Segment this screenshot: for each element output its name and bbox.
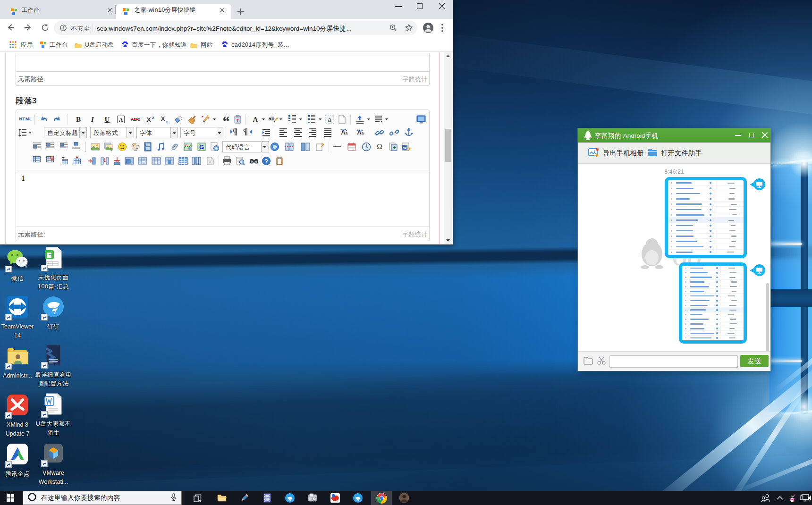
svg-text:a: a bbox=[345, 131, 347, 135]
svg-text:2: 2 bbox=[166, 120, 169, 124]
svg-text:ab: ab bbox=[269, 116, 275, 121]
svg-text:“: “ bbox=[223, 115, 230, 124]
svg-text:?: ? bbox=[264, 158, 268, 165]
svg-text:a: a bbox=[328, 116, 331, 123]
svg-text:X: X bbox=[147, 116, 151, 123]
svg-text:T: T bbox=[237, 118, 239, 123]
svg-text:A: A bbox=[119, 117, 123, 123]
svg-text:2: 2 bbox=[152, 116, 154, 120]
svg-text:W: W bbox=[403, 146, 407, 150]
svg-text:X: X bbox=[161, 115, 165, 122]
svg-text:a: a bbox=[361, 131, 364, 135]
svg-text:G: G bbox=[199, 143, 204, 151]
